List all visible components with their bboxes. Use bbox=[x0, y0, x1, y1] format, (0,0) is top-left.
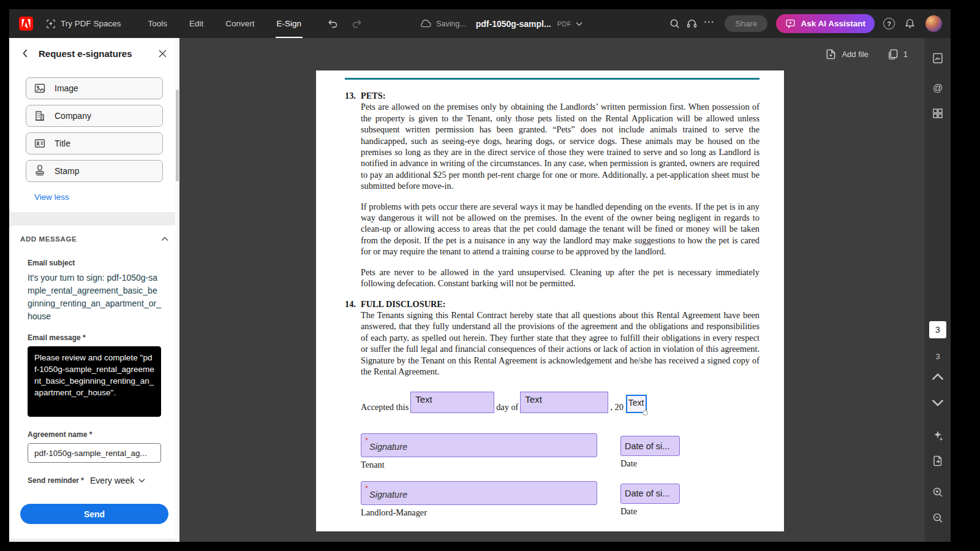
panel-scrollbar-thumb[interactable] bbox=[176, 89, 179, 181]
add-message-card: ADD MESSAGE Email subject It's your turn… bbox=[9, 226, 179, 539]
tenant-caption: Tenant bbox=[361, 459, 597, 470]
menu-esign[interactable]: E-Sign bbox=[277, 9, 302, 38]
close-panel-button[interactable] bbox=[155, 46, 170, 61]
pdf-spaces-icon bbox=[45, 18, 56, 29]
agreement-name-field[interactable] bbox=[28, 443, 161, 463]
section-13-paragraph-3: Pets are never to be allowed in the yard… bbox=[361, 267, 760, 289]
undo-icon bbox=[327, 18, 339, 29]
total-pages-label: 3 bbox=[935, 352, 940, 361]
text-field-day[interactable]: Text bbox=[410, 392, 494, 413]
text-field-label: Text bbox=[415, 394, 432, 405]
field-button-title[interactable]: Title bbox=[26, 132, 163, 154]
ask-ai-assistant-button[interactable]: Ask AI Assistant bbox=[776, 14, 875, 33]
signature-field-label: Signature bbox=[369, 441, 407, 452]
email-subject-label: Email subject bbox=[28, 259, 161, 267]
text-field-year-selected[interactable]: Text bbox=[626, 395, 647, 413]
zoom-in-icon bbox=[932, 486, 944, 498]
add-file-button[interactable]: Add file bbox=[825, 48, 868, 60]
send-reminder-dropdown[interactable]: Every week bbox=[90, 476, 145, 485]
page-copies-count: 1 bbox=[903, 50, 908, 59]
more-options-button[interactable]: ⋯ bbox=[700, 15, 717, 32]
panel-scrollbar[interactable] bbox=[175, 38, 179, 542]
menu-tools[interactable]: Tools bbox=[148, 9, 168, 38]
field-button-image[interactable]: Image bbox=[26, 77, 163, 99]
signature-panel-icon bbox=[932, 52, 944, 64]
back-button[interactable] bbox=[18, 46, 32, 61]
email-subject-value[interactable]: It's your turn to sign: pdf-1050g-sample… bbox=[28, 272, 161, 323]
section-14-paragraph-1: The Tenants signing this Rental Contract… bbox=[361, 310, 760, 377]
acrobat-logo-icon[interactable] bbox=[19, 17, 33, 31]
resize-handle[interactable] bbox=[643, 410, 648, 416]
accepted-prefix-text: Accepted this bbox=[361, 401, 409, 413]
search-icon bbox=[669, 18, 680, 29]
landlord-date-field[interactable]: Date of si... bbox=[620, 484, 680, 504]
field-button-label: Company bbox=[55, 111, 91, 121]
panel-section-gap bbox=[9, 212, 179, 226]
menu-convert[interactable]: Convert bbox=[225, 9, 254, 38]
file-format-badge: PDF bbox=[557, 20, 571, 28]
undo-button[interactable] bbox=[327, 18, 339, 29]
chevron-up-icon bbox=[161, 237, 168, 241]
tenant-signature-field[interactable]: * Signature bbox=[361, 433, 597, 457]
panel-title: Request e-signatures bbox=[39, 48, 155, 59]
chevron-up-icon bbox=[932, 371, 944, 383]
page-copies-button[interactable]: 1 bbox=[887, 48, 908, 60]
notifications-button[interactable] bbox=[901, 15, 918, 32]
previous-page-button[interactable] bbox=[929, 368, 947, 386]
section-13-paragraph-2: If problems with pets occur there are se… bbox=[361, 201, 760, 257]
add-message-header[interactable]: ADD MESSAGE bbox=[20, 235, 168, 243]
stamp-icon bbox=[34, 165, 46, 177]
share-button[interactable]: Share bbox=[725, 15, 767, 32]
send-reminder-label: Send reminder * bbox=[28, 476, 84, 485]
comments-button[interactable]: @ bbox=[929, 79, 947, 97]
send-button[interactable]: Send bbox=[20, 504, 168, 524]
search-button[interactable] bbox=[666, 15, 683, 32]
page-thumbnails-button[interactable] bbox=[929, 104, 947, 123]
menu-edit[interactable]: Edit bbox=[189, 9, 203, 38]
company-icon bbox=[34, 110, 46, 122]
next-page-button[interactable] bbox=[929, 393, 947, 412]
required-asterisk: * bbox=[365, 435, 368, 446]
headset-icon bbox=[686, 18, 698, 29]
required-asterisk: * bbox=[365, 483, 368, 494]
email-message-label: Email message * bbox=[28, 333, 161, 342]
section-13-heading: 13.PETS: bbox=[345, 90, 760, 101]
landlord-signature-field[interactable]: * Signature bbox=[361, 481, 597, 505]
teal-divider bbox=[345, 78, 760, 80]
export-document-button[interactable] bbox=[929, 452, 947, 470]
save-status: Saving... bbox=[419, 19, 466, 28]
try-pdf-spaces-label: Try PDF Spaces bbox=[61, 19, 121, 28]
text-field-label: Text bbox=[525, 394, 542, 405]
field-button-company[interactable]: Company bbox=[26, 105, 163, 127]
chevron-down-icon bbox=[138, 478, 145, 483]
date-caption: Date bbox=[620, 506, 680, 517]
text-field-month[interactable]: Text bbox=[520, 392, 608, 413]
file-info[interactable]: pdf-1050g-sampl... PDF bbox=[476, 19, 582, 29]
zoom-in-button[interactable] bbox=[929, 483, 947, 501]
ask-ai-label: Ask AI Assistant bbox=[801, 19, 865, 28]
view-less-link[interactable]: View less bbox=[34, 192, 69, 202]
section-13-title: PETS: bbox=[361, 91, 386, 101]
bell-icon bbox=[904, 18, 916, 29]
email-message-field[interactable] bbox=[28, 346, 161, 417]
tenant-date-field[interactable]: Date of si... bbox=[620, 436, 680, 456]
field-button-stamp[interactable]: Stamp bbox=[26, 160, 163, 182]
help-button[interactable]: ? bbox=[883, 18, 895, 29]
ai-tools-button[interactable] bbox=[929, 427, 947, 445]
avatar[interactable] bbox=[925, 15, 942, 32]
file-name: pdf-1050g-sampl... bbox=[476, 19, 551, 29]
current-page-input[interactable]: 3 bbox=[929, 321, 946, 338]
agreement-name-label: Agreement name * bbox=[28, 430, 161, 439]
top-bar: Try PDF Spaces Tools Edit Convert E-Sign… bbox=[9, 9, 951, 38]
section-14-number: 14. bbox=[345, 298, 361, 310]
esign-panel-toggle-button[interactable] bbox=[929, 49, 947, 67]
accepted-middle-text: day of bbox=[496, 401, 518, 413]
document-canvas: Add file 1 13.PETS: Pets are allowed on … bbox=[179, 38, 925, 542]
cloud-sync-icon bbox=[419, 19, 432, 28]
support-button[interactable] bbox=[683, 15, 700, 32]
redo-button[interactable] bbox=[351, 18, 363, 29]
add-file-icon bbox=[825, 48, 837, 60]
zoom-out-icon bbox=[932, 512, 944, 524]
zoom-out-button[interactable] bbox=[929, 509, 947, 527]
try-pdf-spaces-button[interactable]: Try PDF Spaces bbox=[45, 18, 121, 29]
